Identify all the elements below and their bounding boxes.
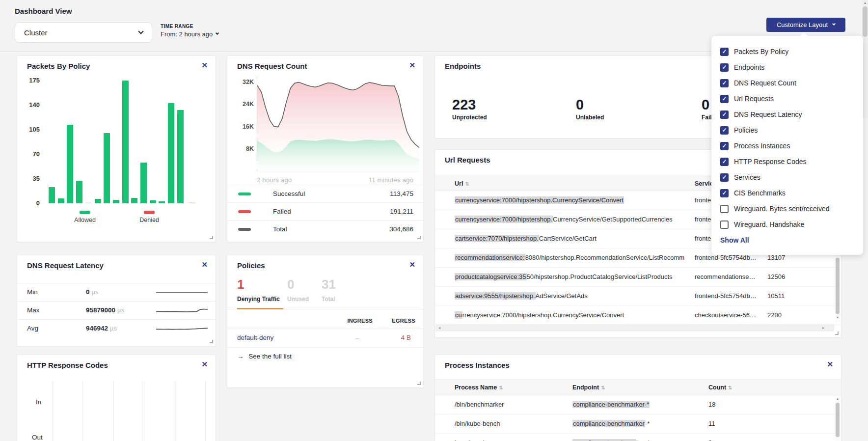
- checkbox-checked-icon[interactable]: ✓: [720, 95, 729, 103]
- policy-ingress-value: –: [355, 334, 359, 341]
- checkbox-checked-icon[interactable]: ✓: [720, 126, 729, 135]
- bar-allowed: [67, 125, 73, 203]
- policy-link-default-deny[interactable]: default-deny: [237, 334, 273, 341]
- view-select-value: Cluster: [24, 28, 48, 37]
- checkbox-checked-icon[interactable]: ✓: [720, 173, 729, 182]
- url-cell: currencyservice:7000/hipstershop.Currenc…: [455, 216, 690, 223]
- checkbox-checked-icon[interactable]: ✓: [720, 158, 729, 166]
- gridline: [113, 381, 114, 441]
- menu-item[interactable]: ✓Policies: [720, 122, 854, 138]
- scroll-left-icon[interactable]: ◂: [436, 326, 442, 330]
- scroll-right-icon[interactable]: ▸: [820, 326, 826, 330]
- sort-icon[interactable]: ⇅: [465, 181, 469, 187]
- count-cell: 10511: [767, 292, 812, 300]
- checkbox-unchecked-icon[interactable]: [720, 205, 729, 213]
- close-icon[interactable]: ✕: [201, 260, 208, 269]
- tab-denying-traffic[interactable]: Denying Traffic: [237, 296, 280, 303]
- column-label: Process Name: [455, 384, 497, 391]
- column-header-endpoint[interactable]: Endpoint⇅: [572, 384, 605, 391]
- scroll-up-icon[interactable]: ▴: [862, 0, 868, 5]
- legend-row-failed: Failed 191,211: [227, 202, 423, 220]
- menu-item[interactable]: ✓Services: [720, 169, 854, 185]
- menu-item[interactable]: ✓HTTP Response Codes: [720, 154, 854, 169]
- latency-label: Max: [27, 306, 40, 314]
- resize-handle-icon[interactable]: [210, 340, 213, 343]
- panel-packets-by-policy: Packets By Policy ✕ 17514010570350Allowe…: [17, 55, 216, 242]
- y-tick-label: 24K: [234, 101, 254, 108]
- menu-item[interactable]: ✓Process Instances: [720, 138, 854, 154]
- latency-unit: µs: [117, 306, 125, 314]
- count-cell: 9: [708, 439, 748, 441]
- column-header-count[interactable]: Count⇅: [708, 384, 732, 391]
- column-label: Count: [708, 384, 726, 391]
- table-row: benchmarkercompliance-benchmarker-*9: [435, 434, 841, 441]
- y-tick-label: 0: [22, 199, 40, 207]
- table-vertical-scrollbar[interactable]: ▴: [835, 396, 840, 441]
- latency-sparkline-avg: [156, 324, 208, 336]
- checkbox-checked-icon[interactable]: ✓: [720, 63, 729, 72]
- checkbox-checked-icon[interactable]: ✓: [720, 110, 729, 119]
- checkbox-checked-icon[interactable]: ✓: [720, 79, 729, 87]
- legend-swatch-successful: [238, 193, 251, 195]
- resize-handle-icon[interactable]: [417, 382, 421, 385]
- url-cell: adservice:9555/hipstershop.AdService/Get…: [455, 292, 690, 300]
- checkbox-unchecked-icon[interactable]: [720, 220, 729, 229]
- resize-handle-icon[interactable]: [210, 236, 213, 239]
- page-title: Dashboard View: [15, 7, 72, 15]
- bar-allowed: [150, 200, 156, 203]
- row-label-in: In: [36, 398, 41, 406]
- resize-handle-icon[interactable]: [417, 236, 421, 239]
- page-scrollbar-thumb[interactable]: [863, 6, 868, 37]
- resize-handle-icon[interactable]: [835, 331, 839, 335]
- menu-item[interactable]: ✓Packets By Policy: [720, 44, 854, 59]
- see-full-list-link[interactable]: → See the full list: [237, 353, 292, 360]
- menu-item[interactable]: ✓DNS Request Latency: [720, 107, 854, 122]
- endpoint-highlight: compliance-benchmarker: [572, 420, 645, 427]
- menu-item[interactable]: ✓DNS Request Count: [720, 75, 854, 91]
- menu-item[interactable]: ✓Endpoints: [720, 59, 854, 75]
- tab-total[interactable]: Total: [322, 296, 335, 303]
- close-icon[interactable]: ✕: [409, 61, 415, 70]
- url-cell: recommendationservice:8080/hipstershop.R…: [455, 254, 690, 261]
- checkbox-checked-icon[interactable]: ✓: [720, 142, 729, 150]
- count-cell: 2200: [767, 311, 812, 319]
- sort-icon[interactable]: ⇅: [728, 385, 732, 390]
- column-header-url[interactable]: Url⇅: [455, 180, 469, 187]
- checkbox-checked-icon[interactable]: ✓: [720, 189, 729, 197]
- url-cell: cartservice:7070/hipstershop.CartService…: [455, 235, 690, 242]
- latency-row-max: Max 95879000 µs: [17, 301, 216, 319]
- menu-item[interactable]: Wireguard. Bytes sent/received: [720, 201, 854, 217]
- customize-layout-button[interactable]: Customize Layout: [766, 18, 845, 32]
- menu-item[interactable]: ✓Url Requests: [720, 91, 854, 107]
- latency-value: 946942: [86, 325, 108, 332]
- show-all-link[interactable]: Show All: [720, 236, 854, 244]
- tab-unused[interactable]: Unused: [287, 296, 309, 303]
- menu-item[interactable]: Wireguard. Handshake: [720, 217, 854, 232]
- checkbox-checked-icon[interactable]: ✓: [720, 48, 729, 56]
- stat-unprotected: 223 Unprotected: [452, 97, 487, 121]
- legend-row-successful: Successful 113,475: [227, 185, 423, 202]
- bar-allowed: [95, 199, 101, 203]
- column-header-process-name[interactable]: Process Name⇅: [455, 384, 503, 391]
- menu-item[interactable]: ✓CIS Benchmarks: [720, 185, 854, 201]
- scrollbar-thumb[interactable]: [836, 258, 840, 314]
- panel-title: DNS Request Count: [237, 62, 307, 70]
- active-tab-underline: [237, 308, 283, 309]
- close-icon[interactable]: ✕: [827, 360, 833, 369]
- view-select[interactable]: Cluster: [15, 22, 152, 43]
- sort-icon[interactable]: ⇅: [601, 385, 605, 390]
- scroll-up-icon[interactable]: ▴: [835, 396, 841, 401]
- sort-icon[interactable]: ⇅: [499, 385, 503, 390]
- scrollbar-thumb[interactable]: [836, 403, 840, 437]
- close-icon[interactable]: ✕: [201, 360, 208, 369]
- stat-label: Unprotected: [452, 114, 487, 121]
- close-icon[interactable]: ✕: [409, 260, 415, 269]
- bar-allowed: [58, 198, 64, 203]
- close-icon[interactable]: ✕: [201, 61, 208, 70]
- chevron-down-icon: [138, 28, 143, 34]
- table-horizontal-scrollbar[interactable]: ◂ ▸: [435, 324, 834, 331]
- scroll-down-icon[interactable]: ▾: [835, 315, 841, 320]
- endpoint-text: -*: [645, 420, 650, 427]
- count-cell: 13107: [767, 254, 812, 261]
- time-range-value[interactable]: From: 2 hours ago: [161, 30, 218, 38]
